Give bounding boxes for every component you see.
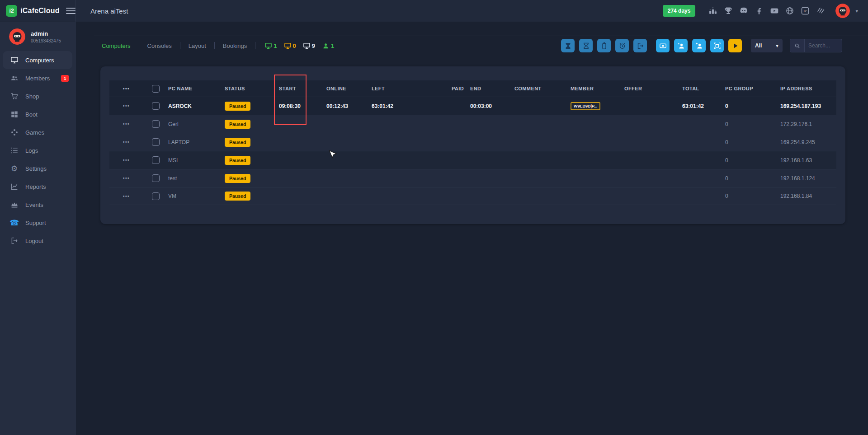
counter-members-online[interactable]: 1 xyxy=(322,42,334,49)
row-menu[interactable]: ••• xyxy=(123,176,130,181)
pc-counters: 1 0 9 1 xyxy=(264,42,334,49)
ip-address: 192.168.1.63 xyxy=(780,157,836,164)
search-box xyxy=(790,39,842,52)
row-checkbox[interactable] xyxy=(152,156,160,164)
table-row: ••• MSI Paused 0 192.168.1.63 xyxy=(109,151,836,169)
col-offer: OFFER xyxy=(624,86,682,91)
hourglass-outline-icon xyxy=(582,42,590,50)
hourglass-filled-button[interactable] xyxy=(561,39,575,52)
row-checkbox[interactable] xyxy=(152,174,160,182)
tab-layout[interactable]: Layout xyxy=(180,42,214,49)
row-menu[interactable]: ••• xyxy=(123,194,130,199)
counter-pcs-in-session[interactable]: 1 xyxy=(264,42,277,49)
table-row: ••• VM Paused 0 192.168.1.84 xyxy=(109,187,836,205)
icafe-pay-icon[interactable]: i2 xyxy=(800,6,810,16)
tab-computers[interactable]: Computers xyxy=(102,42,139,49)
left-time: 63:01:42 xyxy=(372,103,430,109)
col-start: START xyxy=(279,86,326,91)
sidebar-user: admin 005193482475 xyxy=(0,22,76,50)
pc-group: 0 xyxy=(725,103,780,109)
user-name: admin xyxy=(31,30,61,37)
table-row: ••• LAPTOP Paused 0 169.254.9.245 xyxy=(109,133,836,151)
sidebar-item-logs[interactable]: Logs xyxy=(0,141,76,159)
checkout-button[interactable] xyxy=(633,39,647,52)
pc-group-filter[interactable]: All ▾ xyxy=(751,39,783,52)
monitor-icon xyxy=(10,56,19,65)
start-button[interactable] xyxy=(728,39,742,52)
sidebar-item-boot[interactable]: Boot xyxy=(0,105,76,123)
col-member: MEMBER xyxy=(571,86,624,91)
row-checkbox[interactable] xyxy=(152,102,160,110)
row-checkbox[interactable] xyxy=(152,120,160,128)
ip-address: 192.168.1.84 xyxy=(780,193,836,199)
sidebar-item-support[interactable]: ☎ Support xyxy=(0,214,76,232)
user-avatar[interactable] xyxy=(835,4,850,18)
sidebar-toggle-button[interactable] xyxy=(66,6,75,16)
start-time: 09:08:30 xyxy=(279,103,326,109)
layers-icon[interactable] xyxy=(816,6,826,16)
sidebar-item-shop[interactable]: Shop xyxy=(0,87,76,105)
counter-pcs-paused[interactable]: 0 xyxy=(284,42,296,49)
select-all-checkbox[interactable] xyxy=(152,85,160,93)
facebook-icon[interactable] xyxy=(754,6,764,16)
chevron-down-icon[interactable]: ▾ xyxy=(855,8,858,14)
row-menu[interactable]: ••• xyxy=(123,140,130,145)
computers-table-panel: ••• PC NAME STATUS START ONLINE LEFT PAI… xyxy=(100,66,845,224)
ranking-icon[interactable] xyxy=(708,6,718,16)
col-end: END xyxy=(470,86,514,91)
col-total: TOTAL xyxy=(682,86,725,91)
sidebar-item-members[interactable]: Members 1 xyxy=(0,69,76,87)
row-menu[interactable]: ••• xyxy=(123,103,130,108)
sidebar-item-games[interactable]: Games xyxy=(0,123,76,141)
sidebar-item-label: Boot xyxy=(25,111,38,118)
sidebar-item-label: Games xyxy=(25,129,44,136)
tab-separator xyxy=(255,42,255,49)
sidebar-item-computers[interactable]: Computers xyxy=(3,51,72,69)
row-checkbox[interactable] xyxy=(152,192,160,200)
hourglass-outline-button[interactable] xyxy=(579,39,593,52)
add-member-vip-button[interactable] xyxy=(674,39,688,52)
battery-button[interactable] xyxy=(597,39,611,52)
gamepad-icon xyxy=(10,128,19,137)
globe-icon[interactable] xyxy=(785,6,795,16)
windows-icon xyxy=(10,110,19,119)
person-star-icon xyxy=(677,42,685,50)
counter-pcs-total[interactable]: 9 xyxy=(303,42,315,49)
youtube-icon[interactable] xyxy=(769,6,779,16)
sidebar-item-logout[interactable]: Logout xyxy=(0,232,76,250)
sidebar-item-label: Reports xyxy=(25,183,46,190)
monitor-on-icon xyxy=(264,42,272,49)
members-count-badge: 1 xyxy=(61,75,69,82)
icafecloud-logo-icon: i2 xyxy=(6,5,17,17)
view-tabs: Computers Consoles Layout Bookings xyxy=(102,42,255,49)
hourglass-icon xyxy=(564,42,572,50)
sidebar-item-reports[interactable]: Reports xyxy=(0,178,76,196)
end-time: 00:03:00 xyxy=(470,103,514,109)
sidebar-item-label: Members xyxy=(25,75,50,82)
sidebar-item-settings[interactable]: ⚙ Settings xyxy=(0,159,76,178)
pc-group: 0 xyxy=(725,157,780,164)
cash-button[interactable] xyxy=(656,39,670,52)
timer-button[interactable] xyxy=(615,39,629,52)
col-comment: COMMENT xyxy=(514,86,571,91)
add-member-button[interactable] xyxy=(692,39,706,52)
tab-bookings[interactable]: Bookings xyxy=(215,42,255,49)
row-checkbox[interactable] xyxy=(152,138,160,146)
row-menu[interactable]: ••• xyxy=(123,122,130,126)
sidebar-avatar[interactable] xyxy=(9,28,25,45)
trophy-icon[interactable] xyxy=(723,6,733,16)
status-badge-wrap: Paused xyxy=(225,174,279,183)
ip-address: 172.29.176.1 xyxy=(780,121,836,127)
screen-capture-icon xyxy=(713,42,721,50)
screenshot-button[interactable] xyxy=(710,39,724,52)
discord-icon[interactable] xyxy=(739,6,749,16)
tab-consoles[interactable]: Consoles xyxy=(139,42,180,49)
row-menu[interactable]: ••• xyxy=(123,158,130,163)
member-chip[interactable]: W9EB9D|P... xyxy=(571,102,600,110)
search-input[interactable] xyxy=(805,42,842,49)
gear-icon: ⚙ xyxy=(10,164,19,173)
license-days-badge[interactable]: 274 days xyxy=(663,5,696,17)
sidebar-item-events[interactable]: Events xyxy=(0,196,76,214)
status-badge: Paused xyxy=(225,156,250,165)
header-row-menu[interactable]: ••• xyxy=(123,86,130,91)
